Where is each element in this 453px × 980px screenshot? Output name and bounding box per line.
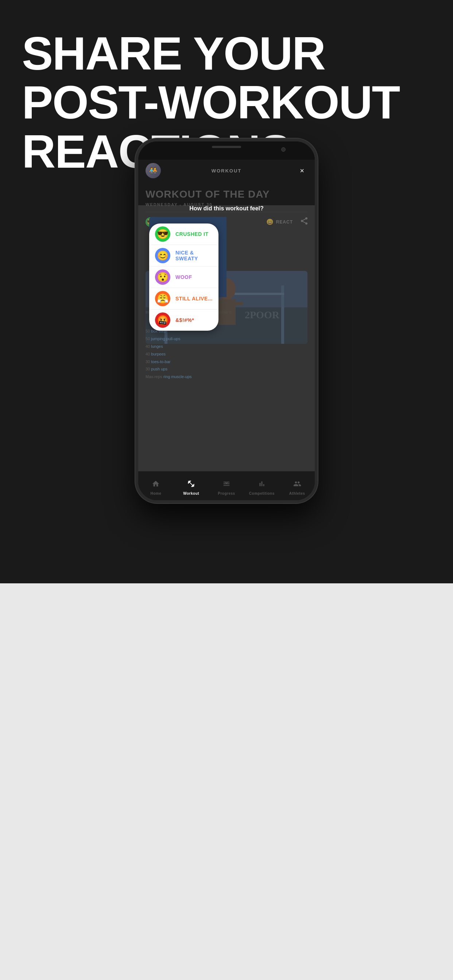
nav-progress[interactable]: Progress: [209, 476, 244, 495]
bottom-navigation: Home Workout Progress: [138, 471, 315, 500]
reaction-woof[interactable]: 😯 WOOF: [149, 267, 219, 288]
notch-bar: [212, 146, 241, 148]
crushed-it-label: CRUSHED IT: [175, 231, 209, 237]
nav-progress-label: Progress: [218, 492, 235, 495]
background-light: [0, 583, 453, 980]
nav-competitions[interactable]: Competitions: [244, 476, 279, 495]
nav-competitions-label: Competitions: [249, 492, 274, 495]
expletive-emoji: 🤬: [155, 312, 170, 328]
still-alive-emoji: 😤: [155, 291, 170, 306]
close-button[interactable]: ×: [297, 165, 308, 176]
nav-workout[interactable]: Workout: [174, 476, 209, 495]
expletive-label: &$!#%*: [175, 317, 194, 323]
nav-home[interactable]: Home: [138, 476, 174, 495]
camera-dot: [281, 147, 286, 152]
reaction-nice-sweaty[interactable]: 😊 NICE & SWEATY: [149, 245, 219, 267]
woof-label: WOOF: [175, 274, 192, 280]
nav-athletes-label: Athletes: [289, 492, 305, 495]
competitions-icon: [258, 480, 266, 490]
reaction-still-alive[interactable]: 😤 STILL ALIVE...: [149, 288, 219, 310]
header-title: WORKOUT: [212, 168, 242, 173]
phone-mockup: 🧑‍🤝‍🧑 WORKOUT × WORKOUT OF THE DAY WEDNE…: [135, 138, 318, 503]
nav-home-label: Home: [151, 492, 161, 495]
crushed-it-emoji: 😎: [155, 226, 170, 242]
feel-title: How did this workout feel?: [189, 205, 264, 212]
athletes-icon: [293, 480, 301, 490]
nice-sweaty-label: NICE & SWEATY: [175, 250, 213, 261]
still-alive-label: STILL ALIVE...: [175, 296, 213, 302]
feel-popup: How did this workout feel? 2POOR 😎 CRU: [138, 205, 315, 297]
avatar[interactable]: 🧑‍🤝‍🧑: [145, 163, 161, 178]
home-icon: [152, 480, 160, 490]
app-header: 🧑‍🤝‍🧑 WORKOUT ×: [138, 160, 315, 181]
workout-heading: WORKOUT OF THE DAY: [145, 189, 308, 200]
workout-icon: [187, 480, 195, 490]
woof-emoji: 😯: [155, 269, 170, 285]
nav-workout-label: Workout: [183, 492, 199, 495]
reaction-expletive[interactable]: 🤬 &$!#%*: [149, 310, 219, 331]
reaction-crushed-it[interactable]: 😎 CRUSHED IT: [149, 223, 219, 245]
avatar-image: 🧑‍🤝‍🧑: [145, 163, 161, 178]
app-screen: 🧑‍🤝‍🧑 WORKOUT × WORKOUT OF THE DAY WEDNE…: [138, 142, 315, 500]
progress-icon: [222, 480, 231, 490]
nav-athletes[interactable]: Athletes: [279, 476, 315, 495]
nice-sweaty-emoji: 😊: [155, 248, 170, 263]
phone-top-bar: [138, 142, 315, 160]
